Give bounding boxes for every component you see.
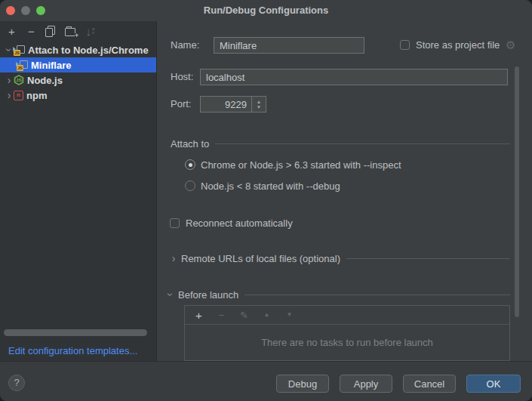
host-input[interactable] xyxy=(200,69,508,85)
remote-urls-section-header[interactable]: › Remote URLs of local files (optional) xyxy=(169,252,510,264)
radio-label: Chrome or Node.js > 6.3 started with --i… xyxy=(201,159,401,171)
folder-plus-glyph: + xyxy=(75,33,78,39)
run-debug-configurations-dialog: Run/Debug Configurations + − + ↓ az › JS… xyxy=(0,0,532,401)
chevron-expanded-icon[interactable]: › xyxy=(165,290,176,299)
sort-az-glyph: az xyxy=(92,27,94,35)
edit-configuration-templates-link[interactable]: Edit configuration templates... xyxy=(8,345,137,356)
reconnect-checkbox[interactable] xyxy=(170,218,180,228)
window-title: Run/Debug Configurations xyxy=(0,5,532,16)
chevron-collapsed-icon[interactable]: › xyxy=(169,253,178,264)
tree-item-attach-to-node-chrome[interactable]: › JS Attach to Node.js/Chrome xyxy=(0,42,157,57)
configurations-sidebar: + − + ↓ az › JS Attach to Node.js/Chrome… xyxy=(0,21,157,361)
tree-item-label: Node.js xyxy=(27,75,63,86)
stepper-up-icon[interactable]: ▲ xyxy=(257,100,261,104)
tree-item-nodejs[interactable]: › JS Node.js xyxy=(0,72,157,88)
edit-task-icon: ✎ xyxy=(238,309,251,322)
titlebar: Run/Debug Configurations xyxy=(0,0,532,21)
copy-configuration-icon[interactable] xyxy=(45,25,57,38)
attach-to-label: Attach to xyxy=(171,138,209,150)
form-vertical-scrollbar[interactable] xyxy=(515,66,519,317)
tree-item-label: npm xyxy=(26,90,47,101)
attach-config-icon: JS xyxy=(14,45,25,56)
tree-item-label: Miniflare xyxy=(31,60,71,71)
configurations-tree: › JS Attach to Node.js/Chrome JS Minifla… xyxy=(0,42,157,103)
store-options-gear-icon[interactable]: ⚙ xyxy=(506,39,515,51)
name-label: Name: xyxy=(171,39,199,51)
sidebar-horizontal-scrollbar[interactable] xyxy=(4,329,147,336)
remote-urls-label: Remote URLs of local files (optional) xyxy=(181,253,340,264)
store-as-project-file-label: Store as project file xyxy=(416,39,500,51)
reconnect-label: Reconnect automatically xyxy=(186,217,293,229)
add-task-icon[interactable]: + xyxy=(192,309,205,322)
radio-node-debug[interactable]: Node.js < 8 started with --debug xyxy=(185,180,340,192)
apply-button[interactable]: Apply xyxy=(340,375,392,393)
attach-to-section-header: Attach to xyxy=(171,137,510,150)
stepper-down-icon[interactable]: ▼ xyxy=(257,105,261,110)
move-task-down-icon: ▼ xyxy=(283,309,296,322)
sort-arrow-glyph: ↓ xyxy=(86,26,92,37)
section-divider-line xyxy=(244,295,510,295)
add-configuration-icon[interactable]: + xyxy=(5,25,18,38)
footer-buttons: Debug Apply Cancel OK xyxy=(276,375,521,393)
port-field: ▲ ▼ xyxy=(200,96,266,113)
chevron-collapsed-icon[interactable]: › xyxy=(5,90,14,100)
before-launch-task-panel: + − ✎ ▲ ▼ There are no tasks to run befo… xyxy=(184,305,510,361)
sort-configurations-icon: ↓ az xyxy=(84,25,97,38)
configuration-form: Name: Store as project file ⚙ Host: Port… xyxy=(157,21,532,361)
port-stepper[interactable]: ▲ ▼ xyxy=(251,97,266,112)
section-divider-line xyxy=(215,143,510,144)
tree-item-npm[interactable]: › n npm xyxy=(0,88,157,103)
help-button[interactable]: ? xyxy=(8,375,25,391)
radio-selected-icon[interactable] xyxy=(185,159,195,170)
chevron-collapsed-icon[interactable]: › xyxy=(5,75,14,85)
new-folder-icon[interactable]: + xyxy=(64,25,77,38)
store-as-project-file-checkbox[interactable] xyxy=(400,40,410,50)
radio-label: Node.js < 8 started with --debug xyxy=(201,180,340,192)
remove-configuration-icon[interactable]: − xyxy=(25,25,38,38)
remove-task-icon: − xyxy=(215,309,228,322)
debug-button[interactable]: Debug xyxy=(276,375,329,393)
sidebar-toolbar: + − + ↓ az xyxy=(0,21,156,41)
tree-item-miniflare[interactable]: JS Miniflare xyxy=(0,57,157,72)
dialog-footer: ? Debug Apply Cancel OK xyxy=(0,361,532,401)
tree-item-label: Attach to Node.js/Chrome xyxy=(28,45,149,56)
attach-config-icon: JS xyxy=(17,60,28,71)
port-input[interactable] xyxy=(201,97,251,112)
before-launch-label: Before launch xyxy=(178,289,238,301)
no-tasks-message: There are no tasks to run before launch xyxy=(185,337,509,348)
before-launch-section-header[interactable]: › Before launch xyxy=(166,288,510,301)
radio-unselected-icon[interactable] xyxy=(185,180,195,191)
task-toolbar: + − ✎ ▲ ▼ xyxy=(185,306,509,325)
section-divider-line xyxy=(346,258,510,259)
reconnect-automatically-row[interactable]: Reconnect automatically xyxy=(170,217,293,229)
nodejs-icon: JS xyxy=(14,75,24,85)
ok-button[interactable]: OK xyxy=(466,375,521,393)
name-input[interactable] xyxy=(214,37,364,54)
cancel-button[interactable]: Cancel xyxy=(403,375,456,393)
npm-icon: n xyxy=(14,91,23,100)
port-label: Port: xyxy=(171,98,191,110)
host-label: Host: xyxy=(171,71,193,83)
move-task-up-icon: ▲ xyxy=(260,309,273,322)
radio-chrome-inspect[interactable]: Chrome or Node.js > 6.3 started with --i… xyxy=(185,159,401,171)
